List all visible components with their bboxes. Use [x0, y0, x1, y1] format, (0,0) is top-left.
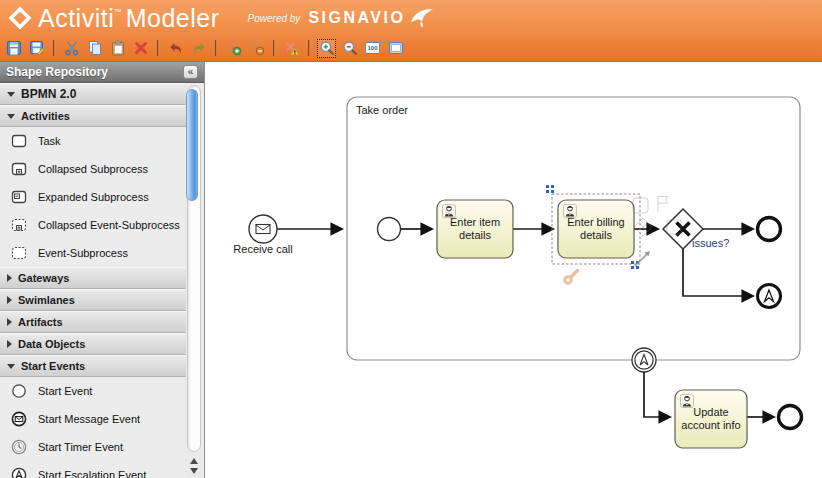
escalation-end-event[interactable] [758, 285, 781, 308]
toolbar-separator [308, 40, 310, 56]
task-enter-billing-label: Enter billing details [558, 200, 634, 258]
shape-repository-content: BPMN 2.0 Activities Task Collapsed Subpr… [0, 83, 186, 478]
shape-item-label: Start Escalation Event [38, 469, 146, 478]
group-data-objects[interactable]: Data Objects [0, 333, 186, 355]
cut-icon [64, 40, 80, 56]
app-header: Activiti™Modeler Powered by SIGNAVIO [0, 0, 822, 62]
shape-repository-title: Shape Repository [6, 65, 108, 79]
scrollbar-thumb[interactable] [186, 89, 198, 201]
cut-button[interactable] [62, 39, 81, 58]
expanded-triangle-icon [7, 92, 15, 97]
toolbar: 100 [0, 36, 822, 60]
shape-repository-panel: Shape Repository « BPMN 2.0 Activities T… [0, 62, 205, 478]
task-enter-item-label: Enter item details [437, 200, 513, 258]
group-label: Data Objects [18, 338, 85, 350]
main-area: Shape Repository « BPMN 2.0 Activities T… [0, 62, 822, 478]
start-message-event-receive-call[interactable] [249, 215, 277, 243]
product-suffix: Modeler [126, 4, 220, 32]
message-envelope-icon [256, 225, 270, 234]
boundary-escalation-event[interactable] [632, 348, 656, 372]
collapsed-event-subprocess-icon [10, 216, 28, 234]
shape-item-start-message-event[interactable]: Start Message Event [0, 405, 186, 433]
start-event-label: Receive call [223, 243, 303, 256]
delete-icon [133, 40, 149, 56]
add-docker-icon [226, 40, 242, 56]
copy-icon [87, 40, 103, 56]
paste-icon [110, 40, 126, 56]
group-activities[interactable]: Activities [0, 105, 186, 127]
shape-item-label: Task [38, 135, 61, 147]
end-event[interactable] [758, 218, 781, 241]
signavio-brand: SIGNAVIO [308, 9, 405, 27]
shape-item-start-timer-event[interactable]: Start Timer Event [0, 433, 186, 461]
activiti-logo-icon [8, 6, 32, 30]
group-bpmn20[interactable]: BPMN 2.0 [0, 83, 186, 105]
shape-item-expanded-subprocess[interactable]: Expanded Subprocess [0, 183, 186, 211]
validate-icon [284, 40, 300, 56]
scroll-up-arrow-icon[interactable] [190, 458, 198, 464]
shape-item-start-escalation-event[interactable]: Start Escalation Event [0, 461, 186, 478]
gateway-label: issues? [692, 237, 729, 250]
shape-item-collapsed-event-subprocess[interactable]: Collapsed Event-Subprocess [0, 211, 186, 239]
zoom-standard-button[interactable]: 100 [363, 39, 382, 58]
shape-item-label: Expanded Subprocess [38, 191, 149, 203]
toolbar-separator [53, 40, 55, 56]
shape-item-label: Collapsed Subprocess [38, 163, 148, 175]
start-timer-event-icon [10, 438, 28, 456]
collapsed-triangle-icon [7, 274, 12, 282]
zoom-in-icon [319, 40, 335, 56]
save-as-button[interactable] [27, 39, 46, 58]
shape-item-collapsed-subprocess[interactable]: Collapsed Subprocess [0, 155, 186, 183]
add-docker-button[interactable] [224, 39, 243, 58]
group-swimlanes[interactable]: Swimlanes [0, 289, 186, 311]
group-label: Start Events [21, 360, 85, 372]
redo-icon [191, 40, 207, 56]
collapse-panel-button[interactable]: « [183, 65, 198, 79]
sidebar-scrollbar [186, 84, 203, 478]
undo-icon [168, 40, 184, 56]
undo-button[interactable] [166, 39, 185, 58]
shape-item-start-event[interactable]: Start Event [0, 377, 186, 405]
zoom-out-icon [342, 40, 358, 56]
group-label: BPMN 2.0 [21, 87, 76, 101]
toolbar-separator [215, 40, 217, 56]
zoom-in-button[interactable] [317, 39, 336, 58]
delete-button[interactable] [131, 39, 150, 58]
copy-button[interactable] [85, 39, 104, 58]
expanded-triangle-icon [7, 364, 15, 369]
delete-docker-button[interactable] [247, 39, 266, 58]
end-event-bottom[interactable] [779, 406, 802, 429]
shape-item-task[interactable]: Task [0, 127, 186, 155]
group-gateways[interactable]: Gateways [0, 267, 186, 289]
collapsed-triangle-icon [7, 296, 12, 304]
start-event[interactable] [378, 218, 401, 241]
signavio-bird-icon [409, 7, 435, 29]
save-button[interactable] [4, 39, 23, 58]
app-title: Activiti™Modeler [38, 4, 220, 33]
scroll-down-arrow-icon[interactable] [190, 468, 198, 474]
subprocess-label: Take order [356, 104, 408, 117]
expanded-subprocess-icon [10, 188, 28, 206]
flow-boundary-to-update-account[interactable] [644, 372, 670, 417]
validate-button[interactable] [282, 39, 301, 58]
expanded-triangle-icon [7, 114, 15, 119]
group-label: Swimlanes [18, 294, 75, 306]
redo-button[interactable] [189, 39, 208, 58]
powered-by-block: Powered by SIGNAVIO [248, 7, 436, 29]
task-shape-icon [10, 132, 28, 150]
toolbar-separator [273, 40, 275, 56]
group-artifacts[interactable]: Artifacts [0, 311, 186, 333]
shape-repository-header: Shape Repository « [0, 62, 204, 83]
shape-item-label: Start Timer Event [38, 441, 123, 453]
group-start-events[interactable]: Start Events [0, 355, 186, 377]
product-name: Activiti [38, 4, 114, 32]
shape-item-label: Event-Subprocess [38, 247, 128, 259]
modeling-canvas[interactable]: Take order Receive call Enter item detai… [205, 62, 822, 478]
shape-item-label: Collapsed Event-Subprocess [38, 219, 180, 231]
shape-item-event-subprocess[interactable]: Event-Subprocess [0, 239, 186, 267]
start-message-event-icon [10, 410, 28, 428]
event-subprocess-icon [10, 244, 28, 262]
zoom-out-button[interactable] [340, 39, 359, 58]
paste-button[interactable] [108, 39, 127, 58]
zoom-fit-button[interactable] [386, 39, 405, 58]
